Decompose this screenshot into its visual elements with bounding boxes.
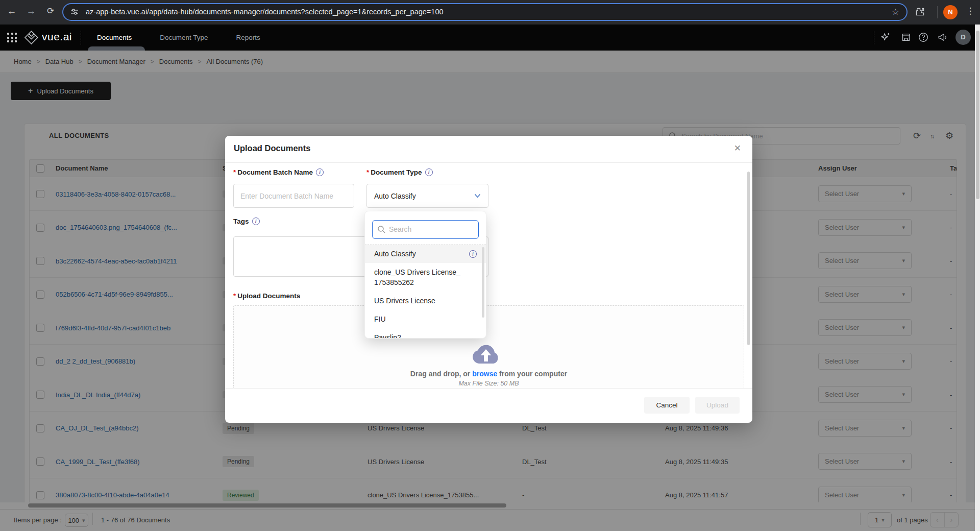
app-navbar: vue.ai DocumentsDocument TypeReports D [0,25,980,51]
document-type-value: Auto Classify [374,192,416,200]
modal-footer-divider [225,388,752,389]
announcements-megaphone-icon[interactable] [937,32,949,43]
address-bar[interactable]: az-app-beta.vue.ai/app/data-hub/document… [62,3,908,21]
nav-divider [81,31,81,45]
dropzone-instruction: Drag and drop, or browse from your compu… [225,370,752,378]
page-scrollbar-track [975,25,980,531]
search-icon [377,225,386,234]
max-file-size: Max File Size: 50 MB [225,380,752,387]
required-asterisk: * [233,292,236,300]
dropdown-option[interactable]: Auto Classify i [365,245,486,263]
upload-button-disabled[interactable]: Upload [695,397,740,414]
browser-menu-kebab-icon[interactable]: ⋮ [964,6,977,16]
cancel-button[interactable]: Cancel [644,397,690,414]
browser-profile-avatar[interactable]: N [943,5,958,19]
modal-title: Upload Documents [234,143,310,153]
batch-name-label: *Document Batch Name i [233,168,324,176]
dropdown-option[interactable]: US Drivers License i [365,292,486,310]
modal-scrollbar[interactable] [747,172,750,345]
dropdown-scrollbar[interactable] [482,247,484,318]
close-icon[interactable]: ✕ [734,143,741,154]
help-icon[interactable] [918,32,929,43]
batch-name-input[interactable] [233,184,354,208]
ai-sparkle-icon[interactable] [880,32,891,43]
user-avatar[interactable]: D [955,30,971,45]
nav-tab-document-type[interactable]: Document Type [160,34,208,41]
marketplace-store-icon[interactable] [900,32,912,43]
required-asterisk: * [366,168,369,176]
brand-name: vue.ai [42,31,72,43]
upload-documents-modal: Upload Documents ✕ *Document Batch Name … [225,136,752,423]
browser-reload-icon[interactable]: ⟳ [44,6,57,16]
extensions-puzzle-icon[interactable] [915,7,928,17]
nav-right-divider [874,31,874,44]
required-asterisk: * [233,168,236,176]
document-type-label: *Document Type i [366,168,433,176]
site-settings-icon[interactable] [70,8,79,16]
document-type-select[interactable]: Auto Classify [366,184,488,208]
browser-toolbar: ← → ⟳ az-app-beta.vue.ai/app/data-hub/do… [0,0,980,25]
dropdown-option[interactable]: Payslip2 i [365,328,486,339]
vue-ai-logo-icon [24,31,38,44]
cloud-upload-icon [469,340,503,366]
bookmark-star-icon[interactable]: ☆ [892,7,899,17]
dropdown-search-input[interactable] [388,221,476,238]
browse-link[interactable]: browse [472,370,497,378]
info-icon[interactable]: i [425,168,433,176]
toolbar-divider [937,6,938,18]
chevron-down-icon [474,194,481,198]
info-icon[interactable]: i [316,168,324,176]
nav-tab-reports[interactable]: Reports [236,34,260,41]
dropdown-options: Auto Classify i clone_US Drivers License… [365,245,486,339]
active-tab-indicator [88,46,145,51]
url-text[interactable]: az-app-beta.vue.ai/app/data-hub/document… [86,4,444,20]
screen: ← → ⟳ az-app-beta.vue.ai/app/data-hub/do… [0,0,980,531]
dropdown-option[interactable]: FIU i [365,310,486,328]
dropdown-option[interactable]: clone_US Drivers License_1753855262 i [365,263,486,292]
dropdown-search-box[interactable] [372,220,479,239]
page-scrollbar-thumb[interactable] [976,31,979,199]
browser-forward-icon[interactable]: → [24,6,38,17]
info-icon[interactable]: i [252,218,260,225]
app-launcher-grid-icon[interactable] [7,33,17,43]
tags-label: Tags i [233,218,260,225]
nav-tab-documents[interactable]: Documents [97,34,132,41]
info-icon[interactable]: i [469,250,477,258]
upload-documents-label: *Upload Documents [233,292,300,300]
modal-body: *Document Batch Name i *Document Type i … [225,162,752,388]
document-type-dropdown: Auto Classify i clone_US Drivers License… [364,211,486,339]
browser-back-icon[interactable]: ← [5,6,18,17]
